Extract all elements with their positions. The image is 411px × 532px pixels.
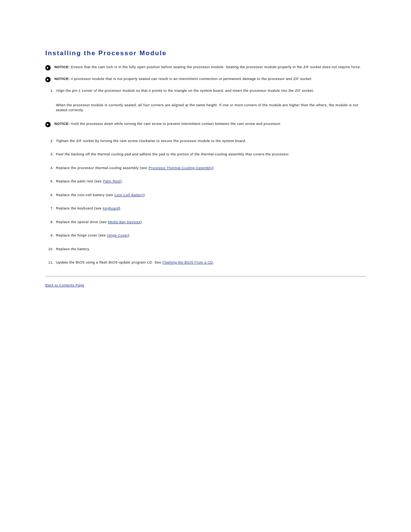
step-text-pre: Update the BIOS using a flash BIOS-updat…	[56, 260, 162, 264]
step-text-post: ).	[143, 193, 146, 197]
step-text-post: .	[213, 260, 214, 264]
step-text: Replace the battery.	[56, 247, 90, 251]
ordered-steps-cont: Tighten the ZIF socket by turning the ca…	[45, 139, 366, 265]
step-text-pre: Replace the palm rest (see	[56, 179, 103, 183]
step-text-pre: Replace the optical drive (see	[56, 220, 108, 224]
step-text-post: ).	[140, 220, 143, 224]
step-text: Align the pin-1 corner of the processor …	[56, 89, 314, 93]
step-6: Replace the coin-cell battery (see Coin-…	[45, 193, 366, 198]
step-subtext: When the processor module is correctly s…	[56, 103, 366, 113]
document-content: Installing the Processor Module NOTICE: …	[0, 0, 411, 287]
step-8: Replace the optical drive (see Media Bay…	[45, 220, 366, 225]
step-7: Replace the keyboard (see Keyboard).	[45, 206, 366, 211]
link-media-bay-devices[interactable]: Media Bay Devices	[108, 220, 141, 224]
step-4: Replace the processor thermal-cooling as…	[45, 166, 366, 171]
step-1: Align the pin-1 corner of the processor …	[45, 88, 366, 113]
notice-body: A processor module that is not properly …	[71, 77, 312, 81]
link-flashing-bios[interactable]: Flashing the BIOS From a CD	[162, 260, 213, 264]
step-2: Tighten the ZIF socket by turning the ca…	[45, 139, 366, 144]
step-text-pre: Replace the keyboard (see	[56, 206, 103, 210]
step-text: Peel the backing off the thermal cooling…	[56, 152, 290, 156]
notice-icon	[45, 65, 51, 70]
notice-text: NOTICE: Ensure that the cam lock is in t…	[54, 65, 361, 70]
notice-label: NOTICE:	[54, 77, 70, 81]
back-to-contents-link[interactable]: Back to Contents Page	[45, 283, 84, 287]
notice-1: NOTICE: Ensure that the cam lock is in t…	[45, 65, 366, 70]
step-text: Tighten the ZIF socket by turning the ca…	[56, 139, 246, 143]
link-hinge-cover[interactable]: Hinge Cover	[107, 233, 128, 237]
link-thermal-cooling-assembly[interactable]: Processor Thermal-Cooling Assembly	[148, 166, 212, 170]
notice-label: NOTICE:	[54, 122, 70, 126]
notice-body: Ensure that the cam lock is in the fully…	[71, 65, 361, 69]
back-link-wrap: Back to Contents Page	[45, 283, 366, 287]
notice-label: NOTICE:	[54, 65, 70, 69]
step-text-pre: Replace the processor thermal-cooling as…	[56, 166, 148, 170]
notice-icon	[45, 122, 51, 127]
notice-body: Hold the processor down while turning th…	[71, 122, 282, 126]
step-text-pre: Replace the hinge cover (see	[56, 233, 107, 237]
step-10: Replace the battery.	[45, 247, 366, 252]
notice-3: NOTICE: Hold the processor down while tu…	[45, 121, 366, 127]
notice-text: NOTICE: A processor module that is not p…	[54, 77, 312, 82]
link-coin-cell-battery[interactable]: Coin-Cell Battery	[115, 193, 144, 197]
steps-section: Align the pin-1 corner of the processor …	[45, 88, 366, 265]
link-palm-rest[interactable]: Palm Rest	[103, 179, 121, 183]
divider	[45, 276, 366, 276]
step-text-pre: Replace the coin-cell battery (see	[56, 193, 115, 197]
link-keyboard[interactable]: Keyboard	[103, 206, 119, 210]
step-text-post: ).	[212, 166, 215, 170]
section-heading: Installing the Processor Module	[45, 50, 366, 57]
notice-icon	[45, 77, 51, 82]
step-3: Peel the backing off the thermal cooling…	[45, 152, 366, 157]
step-11: Update the BIOS using a flash BIOS-updat…	[45, 260, 366, 265]
step-text-post: ).	[121, 179, 123, 183]
notice-2: NOTICE: A processor module that is not p…	[45, 77, 366, 82]
step-text-post: ).	[119, 206, 122, 210]
notice-text: NOTICE: Hold the processor down while tu…	[54, 121, 281, 127]
step-9: Replace the hinge cover (see Hinge Cover…	[45, 233, 366, 238]
ordered-steps: Align the pin-1 corner of the processor …	[45, 88, 366, 113]
step-text-post: ).	[128, 233, 131, 237]
step-5: Replace the palm rest (see Palm Rest).	[45, 179, 366, 184]
